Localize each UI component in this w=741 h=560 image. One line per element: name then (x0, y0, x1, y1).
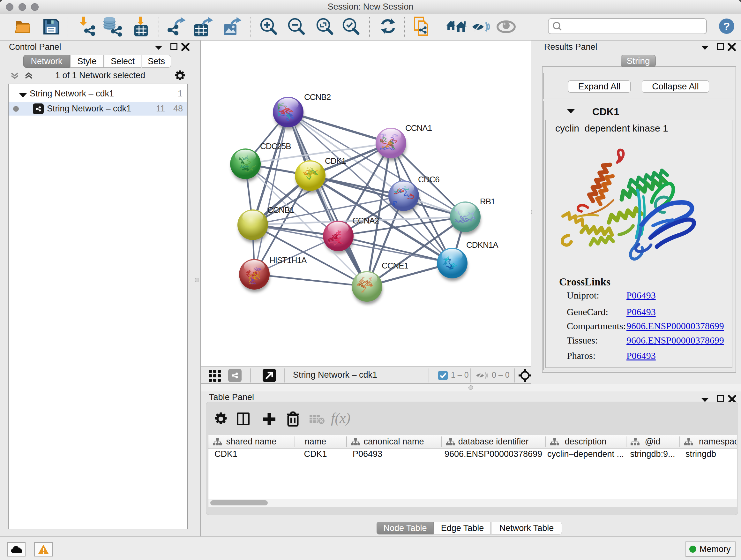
svg-text:CCNA1: CCNA1 (405, 123, 432, 133)
svg-text:CDK1: CDK1 (325, 156, 346, 166)
svg-text:CCNA2: CCNA2 (352, 216, 379, 226)
svg-text:CCNE1: CCNE1 (382, 261, 408, 270)
svg-text:CCNB1: CCNB1 (267, 205, 294, 215)
svg-text:CDC25B: CDC25B (260, 141, 291, 151)
svg-text:RB1: RB1 (480, 197, 495, 206)
svg-text:CDKN1A: CDKN1A (466, 240, 498, 250)
svg-text:CCNB2: CCNB2 (304, 92, 331, 102)
svg-text:HIST1H1A: HIST1H1A (269, 255, 307, 265)
svg-text:CDC6: CDC6 (418, 175, 440, 184)
